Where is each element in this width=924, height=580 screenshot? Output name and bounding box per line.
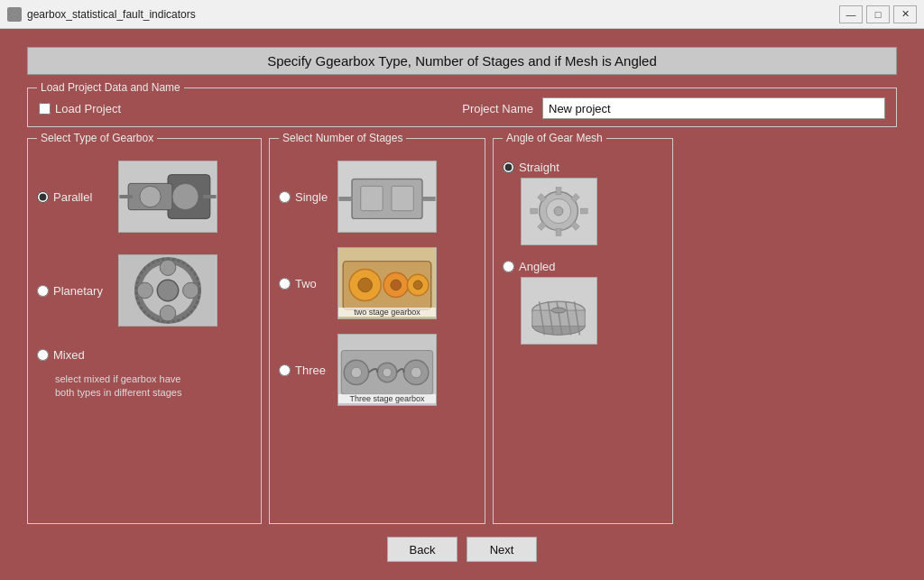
load-section-label: Load Project Data and Name [37,81,184,94]
two-radio[interactable] [279,278,291,290]
stage-option-two: Two [279,247,476,319]
svg-point-40 [554,207,563,216]
gearbox-panel-label: Select Type of Gearbox [37,132,157,144]
svg-point-12 [137,282,153,299]
single-radio-label[interactable]: Single [279,190,328,204]
angle-panel: Angle of Gear Mesh Straight [493,138,673,524]
single-label: Single [295,190,328,204]
stages-panel-label: Select Number of Stages [279,132,406,144]
parallel-radio[interactable] [37,191,49,203]
straight-label: Straight [519,161,559,174]
svg-point-32 [351,367,362,378]
svg-rect-44 [580,208,587,214]
load-project-left: Load Project [39,102,121,115]
planetary-label: Planetary [53,284,103,298]
svg-rect-5 [119,195,133,198]
bottom-buttons: Back Next [27,537,897,562]
mixed-label: Mixed [53,348,85,362]
parallel-radio-label[interactable]: Parallel [37,190,109,204]
parallel-label: Parallel [53,190,92,204]
load-project-checkbox[interactable] [39,103,51,115]
three-radio-label[interactable]: Three [279,364,328,377]
mixed-radio-row: Mixed [37,348,85,362]
two-label: Two [295,277,317,290]
svg-point-4 [172,183,199,209]
minimize-button[interactable]: — [839,5,863,23]
svg-rect-18 [392,186,413,210]
title-bar-controls[interactable]: — □ ✕ [839,5,917,23]
svg-rect-43 [531,208,538,214]
two-stage-image: two stage gearbox [337,247,437,319]
close-button[interactable]: ✕ [893,5,917,23]
mixed-radio[interactable] [37,349,49,361]
planetary-image [118,254,217,327]
svg-point-24 [358,278,373,292]
project-name-input[interactable] [542,97,885,119]
angle-options: Straight [503,161,663,345]
two-radio-label[interactable]: Two [279,277,328,290]
svg-point-58 [551,308,566,313]
svg-rect-17 [361,186,383,210]
load-project-section: Load Project Data and Name Load Project … [27,87,897,127]
next-button[interactable]: Next [467,537,537,562]
stage-option-three: Three [279,334,476,406]
two-stage-caption: two stage gearbox [338,308,436,317]
angled-radio[interactable] [503,261,514,272]
straight-gear-image [521,178,597,245]
gearbox-option-mixed: Mixed select mixed if gearbox haveboth t… [37,348,252,400]
project-name-label: Project Name [462,102,533,115]
angled-radio-label[interactable]: Angled [503,260,555,273]
svg-point-26 [391,280,402,290]
load-project-row: Load Project Project Name [39,97,885,119]
svg-point-34 [383,368,392,377]
three-stage-image: Three stage gearbox [337,334,437,406]
single-radio[interactable] [279,191,291,203]
straight-radio[interactable] [503,161,514,173]
back-button[interactable]: Back [387,537,457,562]
angled-label: Angled [519,260,555,273]
svg-rect-20 [421,197,436,201]
straight-radio-row: Straight [503,161,559,174]
svg-rect-19 [338,197,353,201]
maximize-button[interactable]: □ [866,5,890,23]
title-bar: gearbox_statistical_fault_indicators — □… [0,0,924,29]
three-label: Three [295,364,326,377]
panels-row: Select Type of Gearbox Parallel [27,138,897,524]
gearbox-options: Parallel [37,161,252,400]
gearbox-option-parallel: Parallel [37,161,252,233]
stage-option-single: Single [279,161,476,233]
angle-option-straight: Straight [503,161,663,245]
stages-options: Single [279,161,476,406]
svg-point-3 [140,186,161,207]
gearbox-option-planetary: Planetary [37,254,252,327]
single-stage-image [337,161,437,233]
svg-point-11 [160,306,176,322]
svg-point-13 [183,282,199,299]
stages-panel: Select Number of Stages Single [269,138,485,524]
angle-panel-label: Angle of Gear Mesh [503,132,606,144]
page-title: Specify Ggearbox Type, Number of Stages … [27,47,897,75]
svg-rect-41 [556,188,561,195]
angled-gear-image [521,277,597,345]
load-project-checkbox-label[interactable]: Load Project [39,102,121,115]
window-title: gearbox_statistical_fault_indicators [27,8,196,21]
angled-radio-row: Angled [503,260,555,273]
mixed-note: select mixed if gearbox haveboth types i… [55,373,181,400]
svg-point-28 [413,281,422,290]
svg-rect-6 [203,195,217,198]
svg-point-10 [160,260,176,276]
three-stage-caption: Three stage gearbox [338,394,436,403]
svg-point-9 [157,280,178,300]
three-radio[interactable] [279,364,291,376]
planetary-radio-label[interactable]: Planetary [37,284,109,298]
load-project-right: Project Name [462,97,885,119]
straight-radio-label[interactable]: Straight [503,161,559,174]
parallel-image [118,161,217,233]
mixed-radio-label[interactable]: Mixed [37,348,85,362]
svg-rect-42 [556,228,561,235]
app-icon [7,7,22,22]
gearbox-type-panel: Select Type of Gearbox Parallel [27,138,262,524]
main-content: Specify Ggearbox Type, Number of Stages … [0,29,924,580]
planetary-radio[interactable] [37,285,49,297]
title-bar-left: gearbox_statistical_fault_indicators [7,7,196,22]
